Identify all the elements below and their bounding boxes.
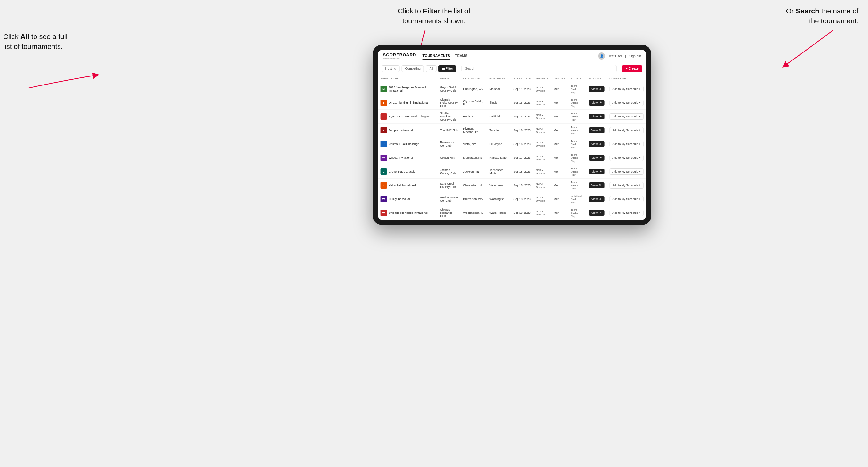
cell-scoring: Team,Stroke Play [568, 151, 586, 165]
cell-competing: Add to My Schedule + [607, 206, 646, 220]
eye-icon: 👁 [599, 156, 602, 159]
cell-venue: Guyan Golf & Country Club [437, 82, 461, 96]
all-button[interactable]: All [426, 65, 437, 72]
table-row: T Temple Invitational The 1912 Club Plym… [378, 124, 646, 137]
view-button[interactable]: View 👁 [589, 196, 604, 202]
cell-venue: Colbert Hills [437, 151, 461, 165]
cell-scoring: Team,Stroke Play [568, 82, 586, 96]
cell-division: NCAADivision I [533, 192, 551, 206]
cell-hosted-by: Fairfield [487, 110, 511, 124]
add-schedule-button[interactable]: Add to My Schedule + [610, 196, 643, 202]
table-body: M 2023 Joe Feaganes Marshall Invitationa… [378, 82, 646, 220]
col-division: DIVISION [533, 75, 551, 82]
add-schedule-button[interactable]: Add to My Schedule + [610, 113, 643, 120]
cell-venue: Ravenwood Golf Club [437, 137, 461, 151]
event-name-text: Husky Individual [389, 197, 410, 201]
event-name-text: Wildcat Invitational [389, 156, 413, 159]
eye-icon: 👁 [599, 129, 602, 132]
eye-icon: 👁 [599, 197, 602, 201]
cell-gender: Men [551, 137, 568, 151]
table-header: EVENT NAME VENUE CITY, STATE HOSTED BY S… [378, 75, 646, 82]
cell-competing: Add to My Schedule + [607, 165, 646, 179]
cell-start-date: Sep 18, 2023 [511, 165, 533, 179]
view-button[interactable]: View 👁 [589, 127, 604, 133]
col-actions: ACTIONS [586, 75, 607, 82]
add-schedule-button[interactable]: Add to My Schedule + [610, 99, 643, 106]
nav-tab-teams[interactable]: TEAMS [455, 53, 468, 60]
add-schedule-button[interactable]: Add to My Schedule + [610, 182, 643, 189]
view-button[interactable]: View 👁 [589, 114, 604, 119]
add-schedule-button[interactable]: Add to My Schedule + [610, 127, 643, 133]
create-button[interactable]: + Create [622, 65, 642, 72]
header-right: 👤 Test User | Sign out [598, 53, 641, 60]
view-button[interactable]: View 👁 [589, 86, 604, 92]
team-logo: T [380, 127, 387, 133]
cell-hosted-by: Kansas State [487, 151, 511, 165]
col-gender: GENDER [551, 75, 568, 82]
view-button[interactable]: View 👁 [589, 210, 604, 216]
cell-competing: Add to My Schedule + [607, 124, 646, 137]
add-schedule-button[interactable]: Add to My Schedule + [610, 168, 643, 175]
cell-division: NCAADivision I [533, 206, 551, 220]
eye-icon: 👁 [599, 170, 602, 173]
cell-venue: Gold Mountain Golf Club [437, 192, 461, 206]
cell-actions: View 👁 [586, 192, 607, 206]
cell-venue: Shuttle Meadow Country Club [437, 110, 461, 124]
cell-city-state: Plymouth Meeting, PA [461, 124, 487, 137]
team-logo: M [380, 86, 387, 92]
hosting-button[interactable]: Hosting [382, 65, 400, 72]
table-row: G Grover Page Classic Jackson Country Cl… [378, 165, 646, 179]
cell-gender: Men [551, 124, 568, 137]
cell-city-state: Berlin, CT [461, 110, 487, 124]
add-schedule-button[interactable]: Add to My Schedule + [610, 86, 643, 92]
cell-city-state: Westchester, IL [461, 206, 487, 220]
view-button[interactable]: View 👁 [589, 182, 604, 188]
cell-actions: View 👁 [586, 206, 607, 220]
cell-gender: Men [551, 192, 568, 206]
view-button[interactable]: View 👁 [589, 141, 604, 147]
filter-button[interactable]: ☰ Filter [438, 65, 456, 72]
view-button[interactable]: View 👁 [589, 155, 604, 161]
cell-event-name: U Upstate Dual Challenge [378, 137, 438, 151]
competing-button[interactable]: Competing [402, 65, 424, 72]
cell-division: NCAADivision I [533, 179, 551, 192]
cell-scoring: Team,Stroke Play [568, 165, 586, 179]
nav-tabs: TOURNAMENTS TEAMS [423, 53, 598, 60]
signout-link[interactable]: Sign out [629, 54, 641, 58]
nav-tab-tournaments[interactable]: TOURNAMENTS [423, 53, 450, 60]
cell-city-state: Victor, NY [461, 137, 487, 151]
cell-division: NCAADivision I [533, 82, 551, 96]
annotation-search-bold: Search [796, 7, 819, 15]
cell-event-name: I OFCC Fighting Illini Invitational [378, 96, 438, 110]
cell-competing: Add to My Schedule + [607, 82, 646, 96]
search-box [462, 65, 617, 72]
table-row: W Wildcat Invitational Colbert Hills Man… [378, 151, 646, 165]
eye-icon: 👁 [599, 87, 602, 91]
view-button[interactable]: View 👁 [589, 100, 604, 105]
event-name-text: Temple Invitational [389, 129, 413, 132]
arrow-all [26, 69, 154, 107]
cell-scoring: Team,Stroke Play [568, 206, 586, 220]
add-schedule-button[interactable]: Add to My Schedule + [610, 141, 643, 147]
view-button[interactable]: View 👁 [589, 169, 604, 175]
cell-hosted-by: Washington [487, 192, 511, 206]
add-schedule-button[interactable]: Add to My Schedule + [610, 155, 643, 161]
cell-actions: View 👁 [586, 124, 607, 137]
cell-venue: Jackson Country Club [437, 165, 461, 179]
cell-competing: Add to My Schedule + [607, 137, 646, 151]
cell-city-state: Bremerton, WA [461, 192, 487, 206]
cell-scoring: Individual,Stroke Play [568, 192, 586, 206]
team-logo: W [380, 196, 387, 202]
cell-division: NCAADivision I [533, 137, 551, 151]
add-schedule-button[interactable]: Add to My Schedule + [610, 210, 643, 216]
cell-gender: Men [551, 206, 568, 220]
cell-event-name: W Wildcat Invitational [378, 151, 438, 165]
cell-gender: Men [551, 151, 568, 165]
search-input[interactable] [462, 65, 617, 72]
cell-event-name: W Chicago Highlands Invitational [378, 206, 438, 220]
divider: | [625, 54, 626, 58]
cell-actions: View 👁 [586, 96, 607, 110]
event-name-text: Ryan T. Lee Memorial Collegiate [389, 115, 431, 118]
cell-division: NCAADivision I [533, 124, 551, 137]
table-row: I OFCC Fighting Illini Invitational Olym… [378, 96, 646, 110]
